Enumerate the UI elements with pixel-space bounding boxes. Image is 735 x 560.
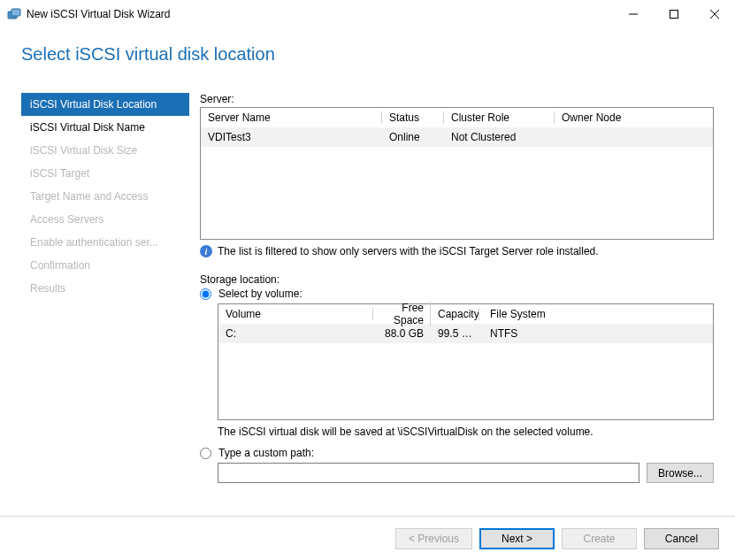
page-title: Select iSCSI virtual disk location (21, 44, 714, 65)
info-text: The list is filtered to show only server… (218, 245, 599, 257)
window-title: New iSCSI Virtual Disk Wizard (27, 8, 613, 20)
svg-rect-1 (11, 9, 20, 16)
server-row[interactable]: VDITest3 Online Not Clustered (201, 127, 713, 147)
sidebar-item-access-servers: Access Servers (21, 208, 189, 231)
col-capacity[interactable]: Capacity (431, 305, 479, 323)
volume-row[interactable]: C: 88.0 GB 99.5 GB NTFS (218, 324, 713, 343)
sidebar-item-authentication: Enable authentication ser... (21, 231, 189, 254)
storage-label: Storage location: (200, 273, 714, 286)
radio-select-by-volume-label: Select by volume: (218, 288, 302, 300)
cell-volume: C: (218, 325, 373, 342)
col-volume[interactable]: Volume (218, 305, 373, 323)
svg-line-5 (710, 10, 719, 19)
close-button[interactable] (694, 0, 735, 28)
volume-grid[interactable]: Volume Free Space Capacity File System C… (218, 303, 714, 420)
server-grid-header: Server Name Status Cluster Role Owner No… (201, 108, 713, 127)
radio-custom-path-input[interactable] (200, 448, 211, 459)
radio-custom-path-label: Type a custom path: (218, 447, 314, 459)
app-icon (7, 7, 21, 21)
minimize-button[interactable] (613, 0, 654, 28)
volume-grid-header: Volume Free Space Capacity File System (218, 304, 713, 324)
sidebar-item-target: iSCSI Target (21, 162, 189, 185)
sidebar-item-name[interactable]: iSCSI Virtual Disk Name (21, 116, 189, 139)
create-button: Create (562, 528, 637, 549)
col-status[interactable]: Status (382, 109, 444, 127)
info-row: i The list is filtered to show only serv… (200, 245, 714, 257)
radio-select-by-volume-input[interactable] (200, 288, 211, 300)
cell-capacity: 99.5 GB (431, 325, 479, 342)
titlebar: New iSCSI Virtual Disk Wizard (0, 0, 735, 28)
sidebar-item-location[interactable]: iSCSI Virtual Disk Location (21, 93, 189, 116)
cell-owner (555, 134, 713, 140)
cancel-button[interactable]: Cancel (644, 528, 719, 549)
radio-custom-path[interactable]: Type a custom path: (200, 447, 714, 459)
server-grid[interactable]: Server Name Status Cluster Role Owner No… (200, 107, 714, 240)
custom-path-input[interactable] (218, 463, 639, 483)
radio-select-by-volume[interactable]: Select by volume: (200, 288, 714, 300)
wizard-steps-sidebar: iSCSI Virtual Disk Location iSCSI Virtua… (21, 93, 189, 483)
col-free-space[interactable]: Free Space (373, 299, 431, 329)
info-icon: i (200, 245, 212, 257)
previous-button: < Previous (395, 528, 472, 549)
sidebar-item-results: Results (21, 277, 189, 300)
col-server-name[interactable]: Server Name (201, 109, 382, 127)
sidebar-item-target-name: Target Name and Access (21, 185, 189, 208)
col-file-system[interactable]: File System (479, 305, 713, 323)
cell-server-name: VDITest3 (201, 128, 382, 146)
col-owner-node[interactable]: Owner Node (555, 109, 713, 127)
server-label: Server: (200, 93, 714, 105)
col-cluster-role[interactable]: Cluster Role (444, 109, 555, 127)
cell-status: Online (382, 128, 444, 146)
cell-fs: NTFS (479, 325, 713, 342)
svg-line-4 (710, 10, 719, 19)
browse-button[interactable]: Browse... (647, 463, 714, 483)
wizard-footer: < Previous Next > Create Cancel (0, 516, 735, 560)
sidebar-item-confirmation: Confirmation (21, 254, 189, 277)
svg-rect-3 (670, 11, 678, 19)
save-note: The iSCSI virtual disk will be saved at … (218, 426, 714, 438)
window-controls (613, 0, 735, 27)
next-button[interactable]: Next > (479, 528, 555, 549)
cell-cluster: Not Clustered (444, 128, 555, 146)
sidebar-item-size: iSCSI Virtual Disk Size (21, 139, 189, 162)
maximize-button[interactable] (654, 0, 694, 28)
